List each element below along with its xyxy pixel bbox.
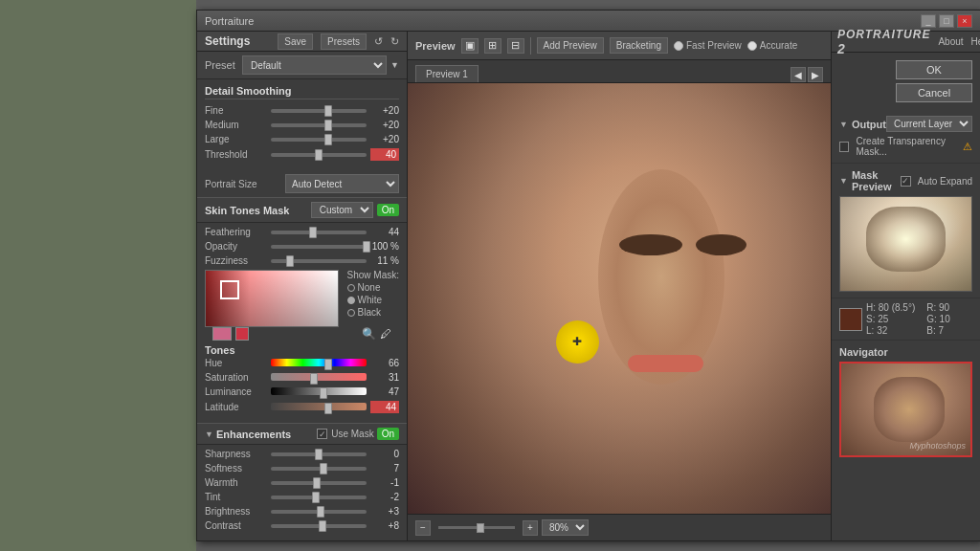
auto-expand-checkbox[interactable] — [901, 176, 911, 187]
portrait-size-select[interactable]: Auto Detect — [285, 174, 399, 193]
opacity-slider[interactable] — [271, 242, 367, 252]
action-buttons: OK Cancel — [832, 53, 980, 110]
eyedropper-icon[interactable]: 🔍 — [362, 327, 376, 341]
feathering-slider[interactable] — [271, 228, 367, 237]
fine-slider[interactable] — [271, 106, 367, 116]
luminance-slider[interactable] — [271, 387, 367, 397]
presets-button[interactable]: Presets — [321, 33, 367, 50]
close-button[interactable]: × — [957, 14, 972, 28]
sharpness-slider[interactable] — [271, 450, 367, 459]
fine-slider-thumb[interactable] — [324, 105, 332, 117]
enhancements-on-badge[interactable]: On — [377, 428, 399, 440]
large-slider[interactable] — [271, 135, 367, 144]
brightness-slider[interactable] — [271, 507, 367, 517]
tint-slider[interactable] — [271, 493, 367, 502]
large-slider-thumb[interactable] — [324, 134, 332, 145]
zoom-slider[interactable] — [438, 526, 515, 529]
grid2-button[interactable]: ⊞ — [484, 38, 501, 54]
use-mask-checkbox[interactable] — [317, 429, 327, 439]
navigator-image[interactable]: Myphotoshops — [839, 362, 972, 457]
contrast-slider[interactable] — [271, 521, 367, 531]
mask-black-radio[interactable] — [347, 309, 355, 317]
mask-preview-label: Mask Preview — [852, 169, 901, 192]
hue-slider[interactable] — [271, 359, 367, 368]
grid3-button[interactable]: ⊟ — [507, 38, 524, 54]
zoom-out-button[interactable]: − — [415, 520, 431, 536]
bracketing-button[interactable]: Bracketing — [610, 37, 668, 54]
opacity-thumb[interactable] — [363, 241, 370, 253]
save-button[interactable]: Save — [278, 33, 313, 50]
zoom-dropdown[interactable]: 80% — [542, 519, 589, 536]
grid1-button[interactable]: ▣ — [461, 38, 479, 54]
color-gradient[interactable] — [205, 270, 339, 327]
color-swatch-1[interactable] — [212, 327, 232, 341]
medium-slider-thumb[interactable] — [324, 120, 332, 131]
output-header: ▼ Output Current Layer — [839, 116, 972, 132]
latitude-thumb[interactable] — [324, 403, 332, 414]
softness-slider[interactable] — [271, 464, 367, 474]
tint-thumb[interactable] — [312, 492, 320, 503]
about-menu-item[interactable]: About — [938, 36, 963, 47]
enhancements-arrow: ▼ — [205, 430, 213, 439]
warmth-slider[interactable] — [271, 478, 367, 488]
undo-icon[interactable]: ↺ — [374, 35, 383, 48]
accurate-radio[interactable] — [747, 41, 757, 51]
maximize-button[interactable]: □ — [939, 14, 954, 28]
add-preview-button[interactable]: Add Preview — [537, 37, 604, 54]
fine-value: +20 — [370, 105, 399, 116]
brightness-label: Brightness — [205, 506, 267, 517]
feathering-thumb[interactable] — [309, 227, 317, 238]
output-select[interactable]: Current Layer — [886, 116, 972, 132]
skin-tones-on-badge[interactable]: On — [377, 204, 399, 216]
color-target[interactable] — [235, 327, 249, 341]
fast-preview-radio[interactable] — [674, 41, 683, 51]
hue-thumb[interactable] — [324, 359, 332, 370]
redo-icon[interactable]: ↻ — [390, 35, 399, 48]
next-arrow[interactable]: ▶ — [808, 67, 823, 82]
color-values-right: R: 90 G: 10 B: 7 — [926, 302, 949, 336]
warmth-row: Warmth -1 — [205, 477, 399, 488]
sharpness-thumb[interactable] — [315, 449, 323, 460]
skin-tones-preset-select[interactable]: Custom — [311, 202, 373, 218]
threshold-slider[interactable] — [271, 150, 367, 160]
fuzziness-thumb[interactable] — [286, 255, 294, 267]
prev-arrow[interactable]: ◀ — [791, 67, 806, 82]
contrast-thumb[interactable] — [319, 520, 326, 532]
r-value: R: 90 — [926, 302, 949, 313]
saturation-thumb[interactable] — [310, 373, 318, 385]
fine-slider-row: Fine +20 — [205, 105, 399, 116]
output-label: Output — [852, 119, 886, 130]
help-menu-item[interactable]: Help — [971, 36, 980, 47]
brightness-thumb[interactable] — [317, 506, 324, 518]
show-mask-label: Show Mask: — [347, 270, 399, 280]
picker-icon[interactable]: 🖊 — [380, 327, 391, 341]
yellow-circle-tool[interactable]: ✚ — [556, 320, 599, 364]
luminance-thumb[interactable] — [320, 387, 327, 399]
ok-button[interactable]: OK — [896, 60, 972, 79]
mask-white-radio[interactable] — [347, 297, 355, 304]
window-controls: _ □ × — [921, 14, 972, 28]
latitude-slider[interactable] — [271, 403, 367, 412]
h-label: H: — [866, 302, 876, 313]
cancel-button[interactable]: Cancel — [896, 83, 972, 102]
preset-select[interactable]: Default — [242, 55, 387, 75]
fine-slider-track — [271, 109, 367, 113]
transparency-checkbox[interactable] — [839, 142, 849, 152]
minimize-button[interactable]: _ — [921, 14, 936, 28]
saturation-slider[interactable] — [271, 373, 367, 383]
mask-none-radio[interactable] — [347, 284, 355, 292]
b-label: B: — [926, 325, 935, 336]
preview-tab-1[interactable]: Preview 1 — [415, 65, 479, 82]
fuzziness-slider[interactable] — [271, 256, 367, 266]
threshold-slider-thumb[interactable] — [315, 149, 323, 161]
medium-slider-track — [271, 123, 367, 127]
mask-preview-arrow: ▼ — [839, 176, 848, 186]
warmth-thumb[interactable] — [313, 477, 321, 489]
zoom-in-button[interactable]: + — [523, 520, 538, 536]
medium-slider[interactable] — [271, 121, 367, 130]
softness-thumb[interactable] — [320, 463, 327, 474]
luminance-value: 47 — [370, 386, 399, 397]
latitude-row: Latitude 44 — [205, 401, 399, 413]
warmth-label: Warmth — [205, 477, 267, 488]
zoom-thumb[interactable] — [477, 523, 484, 533]
